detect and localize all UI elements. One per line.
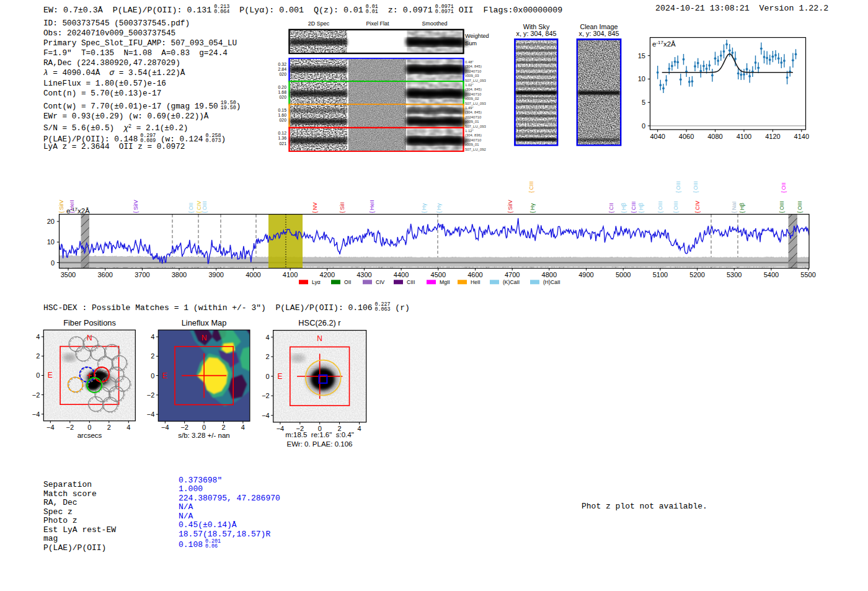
svg-text:5400: 5400: [764, 271, 779, 278]
svg-text:{ CII: { CII: [608, 203, 614, 213]
svg-text:4: 4: [151, 333, 154, 340]
svg-text:−4: −4: [262, 412, 270, 419]
svg-text:{ OIII: { OIII: [673, 201, 679, 213]
svg-text:4: 4: [36, 333, 40, 340]
svg-text:E: E: [277, 372, 282, 381]
svg-text:−4: −4: [277, 425, 285, 432]
svg-text:5100: 5100: [653, 271, 668, 278]
svg-text:−4: −4: [32, 411, 40, 418]
svg-text:N: N: [317, 334, 322, 343]
svg-text:2: 2: [36, 352, 40, 360]
svg-text:5300: 5300: [727, 271, 742, 278]
svg-text:{ Hγ: { Hγ: [529, 203, 536, 213]
svg-text:−2: −2: [262, 392, 270, 399]
svg-text:4: 4: [357, 425, 361, 432]
svg-text:HeII: HeII: [471, 279, 480, 285]
svg-text:{ Hβ: { Hβ: [638, 203, 644, 213]
svg-text:{ SiIV: { SiIV: [507, 200, 513, 213]
svg-text:0: 0: [36, 371, 40, 379]
svg-text:−4: −4: [46, 424, 55, 431]
svg-text:2: 2: [266, 353, 270, 360]
svg-text:4600: 4600: [467, 271, 482, 278]
svg-text:MgII: MgII: [440, 279, 450, 285]
svg-text:4: 4: [241, 424, 245, 431]
svg-text:5500: 5500: [800, 271, 815, 278]
svg-text:0: 0: [151, 372, 154, 380]
svg-text:5000: 5000: [616, 271, 631, 278]
svg-text:{ Hβ: { Hβ: [621, 203, 627, 213]
svg-text:(K)CaII: (K)CaII: [503, 279, 520, 285]
svg-text:4500: 4500: [431, 271, 446, 278]
svg-text:0: 0: [202, 424, 206, 431]
svg-text:−2: −2: [32, 391, 40, 399]
svg-text:2: 2: [107, 424, 111, 431]
svg-text:−4: −4: [161, 424, 169, 431]
svg-text:4: 4: [126, 424, 130, 431]
svg-text:−2: −2: [66, 424, 74, 431]
svg-text:{ OIII: { OIII: [779, 201, 785, 213]
svg-text:{ Hβ: { Hβ: [739, 203, 745, 213]
svg-text:{ OIII: { OIII: [693, 181, 699, 193]
svg-text:−2: −2: [147, 391, 155, 399]
svg-text:{ CIV: { CIV: [694, 201, 701, 213]
svg-text:5200: 5200: [689, 271, 704, 278]
svg-text:−4: −4: [147, 411, 155, 418]
svg-text:{ NaI: { NaI: [731, 202, 737, 213]
svg-text:4: 4: [266, 334, 270, 341]
svg-text:0: 0: [266, 373, 270, 380]
svg-text:(H)CaII: (H)CaII: [543, 279, 560, 285]
svg-text:4700: 4700: [505, 271, 520, 278]
svg-text:4800: 4800: [542, 271, 557, 278]
svg-text:4900: 4900: [578, 271, 593, 278]
svg-text:{ OIII: { OIII: [675, 181, 681, 193]
svg-text:0: 0: [87, 424, 91, 431]
svg-text:{ CIII: { CIII: [631, 202, 637, 213]
svg-text:N: N: [202, 334, 207, 342]
svg-text:{ OII: { OII: [781, 182, 787, 193]
svg-text:{ Hγ: { Hγ: [436, 203, 442, 213]
svg-text:{ OIII: { OIII: [657, 201, 663, 213]
svg-text:2: 2: [221, 424, 225, 431]
svg-text:{ OIII: { OIII: [797, 201, 803, 213]
svg-text:{ Hγ: { Hγ: [421, 203, 427, 213]
svg-text:2: 2: [151, 352, 154, 360]
svg-text:E: E: [162, 371, 167, 380]
svg-text:E: E: [48, 371, 53, 380]
svg-text:{ CIII: { CIII: [528, 181, 534, 193]
svg-text:−2: −2: [180, 424, 188, 431]
svg-text:N: N: [87, 334, 92, 342]
